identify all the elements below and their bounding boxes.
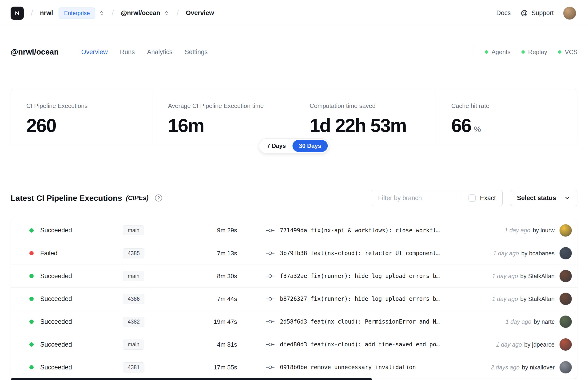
cipe-title-suffix: (CIPEs) [126,194,148,202]
commit-message: 2d58f6d3 feat(nx-cloud): PermissionError… [280,318,440,325]
table-row[interactable]: Failed 4385 7m 13s 3b79fb38 feat(nx-clou… [11,242,577,265]
status-indicators: Agents Replay VCS [473,47,577,57]
breadcrumb-separator: / [112,9,114,18]
exact-checkbox[interactable] [469,194,475,202]
branch-cell: main [116,225,187,235]
indicator-label: Replay [528,48,547,56]
row-avatar [559,315,572,328]
commit-cell: b8726327 fix(runner): hide log upload er… [265,296,492,302]
percent-suffix: % [474,125,481,133]
stat-value: 260 [26,116,145,135]
row-meta: 1 day ago by lourw [505,224,572,237]
status-label: Succeeded [40,295,116,303]
branch-cell: main [116,340,187,350]
user-avatar[interactable] [563,7,576,20]
table-row[interactable]: Succeeded 4386 7m 44s b8726327 fix(runne… [11,287,577,310]
indicator-vcs[interactable]: VCS [558,48,577,56]
row-meta: 1 day ago by StalkAltan [492,270,572,283]
horizontal-scrollbar-thumb[interactable] [11,378,372,380]
org-name[interactable]: nrwl [40,9,53,17]
table-row[interactable]: Succeeded main 9m 29s 771499da fix(nx-ap… [11,219,577,242]
date-range-toggle: 7 Days 30 Days [259,138,329,153]
row-avatar [559,292,572,305]
workspace-switcher[interactable] [163,10,170,17]
help-icon[interactable]: ? [155,194,162,202]
indicator-agents[interactable]: Agents [485,48,511,56]
duration-label: 8m 30s [187,272,237,280]
commit-message: 0918b0be remove unnecessary invalidation [280,364,416,371]
duration-label: 4m 31s [187,341,237,348]
branch-badge: 4381 [123,362,144,373]
chevron-down-icon [564,195,570,201]
stat-card-avg-time: Average CI Pipeline Execution time 16m [152,89,294,145]
stat-value: 1d 22h 53m [310,116,429,135]
stat-number: 66 [451,115,471,136]
status-label: Succeeded [40,272,116,280]
nx-logo-icon [14,10,21,17]
row-meta: 1 day ago by StalkAltan [492,292,572,305]
stat-value: 16m [168,116,287,135]
stat-label: Cache hit rate [451,102,570,110]
green-dot-icon [521,50,525,54]
org-switcher[interactable] [98,10,105,17]
stat-label: Average CI Pipeline Execution time [168,102,287,110]
branch-badge: main [123,271,144,281]
status-label: Succeeded [40,318,116,325]
workspace-header: @nrwl/ocean Overview Runs Analytics Sett… [0,47,588,57]
status-dot [29,274,34,278]
stat-card-cache-hit-rate: Cache hit rate 66% [436,89,577,145]
range-30-days-button[interactable]: 30 Days [292,140,328,152]
branch-cell: 4386 [116,294,187,304]
time-ago: 1 day ago [505,227,530,234]
tab-settings[interactable]: Settings [185,48,208,56]
cipe-table-body: Succeeded main 9m 29s 771499da fix(nx-ap… [11,219,577,379]
tab-runs[interactable]: Runs [120,48,135,56]
tab-analytics[interactable]: Analytics [147,48,172,56]
indicator-replay[interactable]: Replay [521,48,547,56]
indicator-label: Agents [492,48,511,56]
stat-label: Computation time saved [310,102,429,110]
row-meta: 1 day ago by jdpearce [496,338,572,351]
branch-filter-group: Exact [372,190,503,206]
stat-card-ci-executions: CI Pipeline Executions 260 [11,89,152,145]
lifebuoy-icon [520,9,528,17]
status-dot [29,251,34,255]
vertical-divider [473,47,473,57]
commit-message: 771499da fix(nx-api & workflows): close … [280,227,440,234]
table-row[interactable]: Succeeded main 8m 30s f37a32ae fix(runne… [11,265,577,287]
commit-message: dfed80d3 feat(nx-cloud): add time-saved … [280,341,440,348]
git-commit-icon [265,228,275,233]
status-select[interactable]: Select status [510,190,577,206]
table-row[interactable]: Succeeded 4382 19m 47s 2d58f6d3 feat(nx-… [11,310,577,333]
status-dot [29,320,34,324]
branch-filter-input[interactable] [372,190,462,206]
time-ago: 2 days ago [491,364,520,371]
table-row[interactable]: Succeeded 4381 17m 55s 0918b0be remove u… [11,356,577,379]
branch-badge: main [123,340,144,350]
support-link[interactable]: Support [520,9,554,17]
workspace-name[interactable]: @nrwl/ocean [121,9,160,17]
row-avatar [559,247,572,260]
time-ago: 1 day ago [493,250,519,257]
author-label: by nixallover [522,364,555,371]
exact-label: Exact [480,194,496,202]
commit-cell: 771499da fix(nx-api & workflows): close … [265,227,505,234]
commit-cell: 3b79fb38 feat(nx-cloud): refactor UI com… [265,250,493,257]
row-meta: 1 day ago by nartc [505,315,572,328]
commit-cell: 0918b0be remove unnecessary invalidation [265,364,491,371]
docs-link[interactable]: Docs [496,9,511,17]
commit-cell: f37a32ae fix(runner): hide log upload er… [265,273,492,279]
commit-cell: 2d58f6d3 feat(nx-cloud): PermissionError… [265,318,505,325]
nx-cloud-logo[interactable] [11,7,24,20]
cipe-controls: Exact Select status [372,190,577,206]
cipe-table: Succeeded main 9m 29s 771499da fix(nx-ap… [11,219,577,379]
top-navbar: / nrwl Enterprise / @nrwl/ocean / Overvi… [0,0,588,26]
table-row[interactable]: Succeeded main 4m 31s dfed80d3 feat(nx-c… [11,333,577,356]
author-label: by lourw [533,227,555,234]
range-7-days-button[interactable]: 7 Days [260,140,292,152]
git-commit-icon [265,251,275,256]
exact-toggle[interactable]: Exact [462,190,502,206]
time-ago: 1 day ago [496,341,522,348]
tab-overview[interactable]: Overview [81,48,108,56]
chevron-up-down-icon [98,10,105,17]
